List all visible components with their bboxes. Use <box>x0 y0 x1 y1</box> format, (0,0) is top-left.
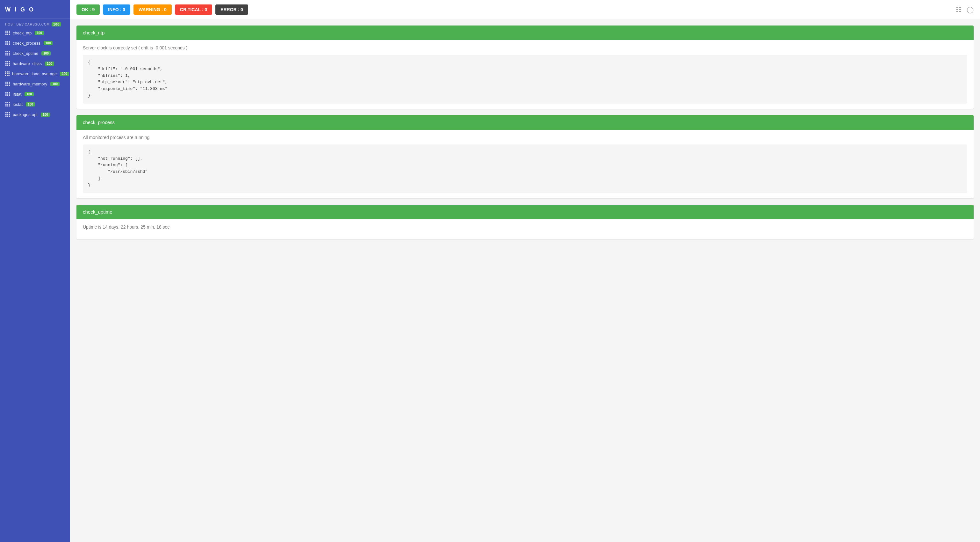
topbar: OK : 9 INFO : 0 WARNING : 0 CRITICAL : 0… <box>70 0 980 19</box>
sidebar: W I G O HOST DEV.CARSSO.COM 100 <box>0 0 70 542</box>
sidebar-item-badge: 100 <box>60 72 69 76</box>
warning-button[interactable]: WARNING : 0 <box>134 5 172 15</box>
svg-rect-36 <box>5 72 6 73</box>
svg-rect-40 <box>7 73 8 74</box>
check-json-check_ntp: { "drift": "-0.001 seconds", "nbTries": … <box>83 55 967 104</box>
ok-button[interactable]: OK : 9 <box>76 5 100 15</box>
host-label: HOST DEV.CARSSO.COM 100 <box>5 22 65 27</box>
svg-rect-47 <box>9 81 10 83</box>
sidebar-item-label: check_uptime <box>13 51 38 56</box>
check-summary-check_process: All monitored process are running <box>83 135 967 140</box>
host-badge: 100 <box>52 22 61 27</box>
sidebar-item-label: hardware_disks <box>13 61 42 66</box>
svg-rect-37 <box>7 72 8 73</box>
svg-rect-8 <box>9 34 10 35</box>
svg-rect-6 <box>5 34 7 35</box>
svg-rect-38 <box>9 72 10 73</box>
check-header-check_ntp: check_ntp <box>76 26 974 40</box>
sidebar-item-label: hardware_load_average <box>12 72 57 76</box>
sidebar-item-iostat[interactable]: iostat 100 <box>0 99 70 109</box>
sidebar-item-check_process[interactable]: check_process 100 <box>0 38 70 48</box>
grid-icon <box>5 40 10 46</box>
sidebar-item-label: packages-apt <box>13 112 38 117</box>
sidebar-item-hardware_memory[interactable]: hardware_memory 100 <box>0 79 70 89</box>
svg-rect-0 <box>5 30 7 32</box>
check-summary-check_uptime: Uptime is 14 days, 22 hours, 25 min, 18 … <box>83 225 967 230</box>
info-button[interactable]: INFO : 0 <box>103 5 130 15</box>
svg-rect-15 <box>5 44 7 46</box>
topbar-right: ☷ ◯ <box>956 6 974 13</box>
svg-rect-51 <box>5 85 7 86</box>
user-icon[interactable]: ◯ <box>967 6 974 13</box>
svg-rect-29 <box>9 61 10 62</box>
sidebar-item-label: check_process <box>13 41 40 46</box>
svg-rect-62 <box>9 95 10 97</box>
svg-rect-3 <box>5 32 7 33</box>
sidebar-item-badge: 100 <box>44 41 53 45</box>
svg-rect-41 <box>9 73 10 74</box>
error-button[interactable]: ERROR : 0 <box>215 5 248 15</box>
grid-icon <box>5 81 10 86</box>
svg-rect-55 <box>7 92 8 93</box>
svg-rect-28 <box>7 61 8 62</box>
svg-rect-44 <box>9 75 10 76</box>
svg-rect-19 <box>7 51 8 52</box>
svg-rect-17 <box>9 44 10 46</box>
svg-rect-64 <box>7 102 8 103</box>
svg-rect-54 <box>5 92 7 93</box>
svg-rect-4 <box>7 32 8 33</box>
svg-rect-13 <box>7 42 8 44</box>
list-icon[interactable]: ☷ <box>956 6 961 13</box>
svg-rect-31 <box>7 63 8 64</box>
critical-button[interactable]: CRITICAL : 0 <box>175 5 212 15</box>
svg-rect-69 <box>5 105 7 107</box>
svg-rect-67 <box>7 104 8 105</box>
grid-icon <box>5 51 10 56</box>
svg-rect-68 <box>9 104 10 105</box>
sidebar-item-hardware_load_average[interactable]: hardware_load_average 100 <box>0 69 70 79</box>
logo-area: W I G O <box>0 0 70 19</box>
main-area: OK : 9 INFO : 0 WARNING : 0 CRITICAL : 0… <box>70 0 980 542</box>
check-title-check_uptime: check_uptime <box>83 209 113 215</box>
svg-rect-56 <box>9 92 10 93</box>
svg-rect-46 <box>7 81 8 83</box>
check-body-check_ntp: Server clock is correctly set ( drift is… <box>76 40 974 109</box>
svg-rect-73 <box>7 112 8 113</box>
sidebar-item-label: hardware_memory <box>13 81 47 86</box>
sidebar-item-check_uptime[interactable]: check_uptime 100 <box>0 48 70 58</box>
sidebar-item-badge: 100 <box>24 92 34 96</box>
grid-icon <box>5 30 10 35</box>
check-card-check_process: check_process All monitored process are … <box>76 115 974 198</box>
sidebar-item-badge: 100 <box>35 31 44 35</box>
check-body-check_uptime: Uptime is 14 days, 22 hours, 25 min, 18 … <box>76 219 974 239</box>
sidebar-item-badge: 100 <box>50 82 60 86</box>
svg-rect-26 <box>9 54 10 56</box>
sidebar-item-hardware_disks[interactable]: hardware_disks 100 <box>0 58 70 69</box>
svg-rect-25 <box>7 54 8 56</box>
svg-rect-60 <box>5 95 7 97</box>
svg-rect-71 <box>9 105 10 107</box>
check-title-check_process: check_process <box>83 120 115 125</box>
svg-rect-77 <box>9 114 10 115</box>
check-title-check_ntp: check_ntp <box>83 30 105 35</box>
svg-rect-52 <box>7 85 8 86</box>
svg-rect-27 <box>5 61 7 62</box>
sidebar-item-badge: 100 <box>45 62 54 66</box>
svg-rect-70 <box>7 105 8 107</box>
svg-rect-65 <box>9 102 10 103</box>
grid-icon <box>5 71 10 76</box>
svg-rect-63 <box>5 102 7 103</box>
sidebar-item-ifstat[interactable]: ifstat 100 <box>0 89 70 99</box>
svg-rect-22 <box>7 53 8 54</box>
svg-rect-80 <box>9 116 10 117</box>
svg-rect-11 <box>9 41 10 42</box>
svg-rect-76 <box>7 114 8 115</box>
sidebar-item-packages-apt[interactable]: packages-apt 100 <box>0 109 70 120</box>
svg-rect-33 <box>5 65 7 66</box>
host-name: HOST DEV.CARSSO.COM <box>5 22 50 26</box>
sidebar-items-list: check_ntp 100 check_process 100 <box>0 28 70 120</box>
check-header-check_uptime: check_uptime <box>76 205 974 219</box>
svg-rect-35 <box>9 65 10 66</box>
check-body-check_process: All monitored process are running { "not… <box>76 130 974 198</box>
sidebar-item-check_ntp[interactable]: check_ntp 100 <box>0 28 70 38</box>
